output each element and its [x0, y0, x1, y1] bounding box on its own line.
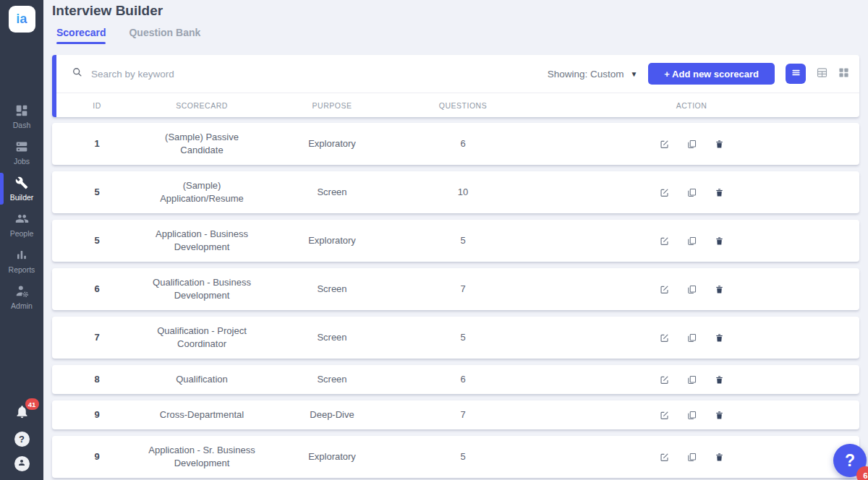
- row-purpose: Screen: [262, 186, 402, 199]
- copy-icon[interactable]: [687, 285, 697, 294]
- copy-icon[interactable]: [687, 188, 697, 197]
- delete-icon[interactable]: [715, 411, 724, 420]
- row-scorecard-name: (Sample) Application/Resume: [142, 179, 262, 205]
- row-actions: [524, 411, 859, 420]
- grid-view-button[interactable]: [838, 67, 849, 81]
- people-icon: [15, 212, 29, 227]
- row-id: 6: [52, 283, 142, 296]
- search-icon: [72, 67, 82, 80]
- row-id: 7: [52, 331, 142, 344]
- copy-icon[interactable]: [687, 333, 697, 343]
- row-scorecard-name: Qualification - Business Development: [142, 276, 262, 302]
- sidebar-item-jobs[interactable]: Jobs: [0, 138, 43, 167]
- row-actions: [524, 333, 859, 343]
- column-header-action: ACTION: [524, 101, 859, 110]
- account-button[interactable]: [14, 456, 30, 471]
- edit-icon[interactable]: [660, 453, 669, 462]
- row-actions: [524, 236, 859, 246]
- sidebar-item-admin[interactable]: Admin: [0, 283, 43, 312]
- notifications-badge: 41: [25, 398, 39, 410]
- tab-scorecard[interactable]: Scorecard: [56, 27, 106, 44]
- delete-icon[interactable]: [715, 375, 724, 385]
- column-header-scorecard: SCORECARD: [142, 101, 262, 110]
- row-actions: [524, 375, 859, 385]
- edit-icon[interactable]: [660, 333, 669, 343]
- list-view-button[interactable]: [786, 64, 806, 84]
- sidebar: ia Dash Jobs Builder: [0, 0, 43, 480]
- add-new-scorecard-button[interactable]: + Add new scorecard: [648, 63, 775, 85]
- view-toggle-group: [786, 64, 849, 84]
- table-row: 9Cross-DepartmentalDeep-Dive7: [52, 400, 859, 429]
- edit-icon[interactable]: [660, 411, 669, 420]
- edit-icon[interactable]: [660, 140, 669, 149]
- edit-icon[interactable]: [660, 236, 669, 246]
- edit-icon[interactable]: [660, 375, 669, 385]
- delete-icon[interactable]: [715, 453, 724, 462]
- row-purpose: Screen: [262, 373, 402, 386]
- caret-down-icon: ▼: [630, 70, 637, 78]
- table-row: 6Qualification - Business DevelopmentScr…: [52, 268, 859, 310]
- row-questions: 6: [402, 373, 524, 386]
- table-header-card: Showing: Custom ▼ + Add new scorecard: [52, 55, 859, 117]
- copy-icon[interactable]: [687, 236, 697, 246]
- tab-bar: Scorecard Question Bank: [56, 27, 200, 44]
- row-questions: 7: [402, 408, 524, 421]
- row-questions: 7: [402, 283, 524, 296]
- copy-icon[interactable]: [687, 140, 697, 149]
- edit-icon[interactable]: [660, 285, 669, 294]
- table-view-button[interactable]: [817, 67, 827, 81]
- row-questions: 5: [402, 331, 524, 344]
- showing-filter-label: Showing: Custom: [548, 69, 624, 80]
- copy-icon[interactable]: [687, 453, 697, 462]
- sidebar-item-builder[interactable]: Builder: [0, 174, 43, 203]
- sidebar-nav: Dash Jobs Builder People: [0, 102, 43, 312]
- sidebar-item-label: Reports: [9, 265, 35, 274]
- column-header-purpose: PURPOSE: [262, 101, 402, 110]
- row-questions: 10: [402, 186, 524, 199]
- tab-question-bank[interactable]: Question Bank: [129, 27, 200, 44]
- sidebar-item-label: Dash: [13, 121, 31, 129]
- help-icon[interactable]: ?: [14, 432, 30, 447]
- copy-icon[interactable]: [687, 411, 697, 420]
- notifications-button[interactable]: 41: [14, 404, 30, 422]
- row-id: 9: [52, 450, 142, 463]
- table-row: 1(Sample) Passive CandidateExploratory6: [52, 123, 859, 165]
- copy-icon[interactable]: [687, 375, 697, 385]
- row-id: 5: [52, 186, 142, 199]
- table-body: 1(Sample) Passive CandidateExploratory65…: [52, 123, 859, 478]
- sidebar-item-reports[interactable]: Reports: [0, 247, 43, 275]
- row-id: 9: [52, 408, 142, 421]
- row-questions: 5: [402, 234, 524, 247]
- delete-icon[interactable]: [715, 236, 724, 246]
- table-row: 5(Sample) Application/ResumeScreen10: [52, 171, 859, 213]
- bell-icon: [14, 409, 30, 421]
- delete-icon[interactable]: [715, 333, 724, 343]
- edit-icon[interactable]: [660, 188, 669, 197]
- sidebar-item-dash[interactable]: Dash: [0, 102, 43, 131]
- row-purpose: Screen: [262, 283, 402, 296]
- search-input[interactable]: [91, 69, 308, 80]
- app-logo[interactable]: ia: [9, 6, 35, 33]
- row-actions: [524, 140, 859, 149]
- row-purpose: Exploratory: [262, 450, 402, 463]
- delete-icon[interactable]: [715, 285, 724, 294]
- row-scorecard-name: Qualification: [142, 373, 262, 386]
- sidebar-item-label: Admin: [11, 301, 33, 310]
- app-window: ia Dash Jobs Builder: [0, 0, 868, 480]
- row-actions: [524, 188, 859, 197]
- user-icon: [17, 458, 26, 469]
- row-scorecard-name: Application - Business Development: [142, 228, 262, 254]
- showing-filter-dropdown[interactable]: Showing: Custom ▼: [548, 69, 638, 80]
- grid-view-icon: [838, 67, 849, 81]
- sidebar-item-label: Jobs: [14, 157, 30, 166]
- delete-icon[interactable]: [715, 140, 724, 149]
- row-scorecard-name: Qualification - Project Coordinator: [142, 325, 262, 351]
- table-row: 7Qualification - Project CoordinatorScre…: [52, 317, 859, 359]
- sidebar-item-label: People: [10, 229, 34, 238]
- row-purpose: Screen: [262, 331, 402, 344]
- jobs-icon: [15, 140, 28, 155]
- delete-icon[interactable]: [715, 188, 724, 197]
- sidebar-item-people[interactable]: People: [0, 210, 43, 239]
- row-questions: 5: [402, 450, 524, 463]
- row-id: 5: [52, 234, 142, 247]
